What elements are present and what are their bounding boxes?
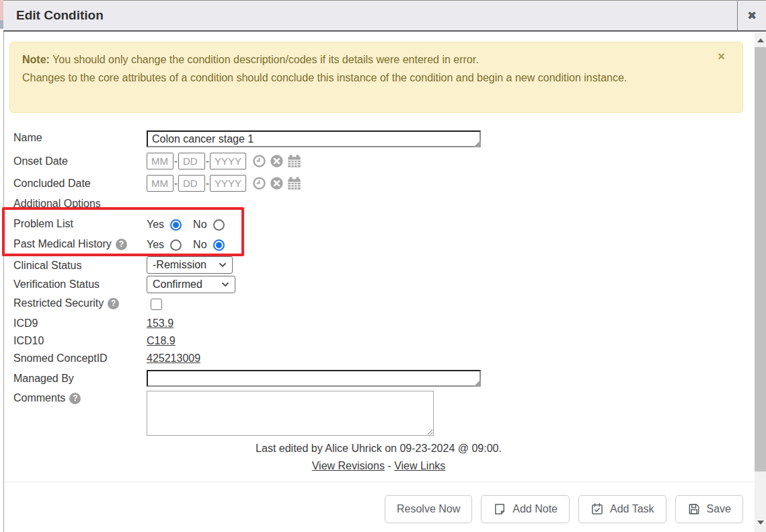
comments-textarea[interactable] <box>147 391 434 436</box>
icd10-code-link[interactable]: C18.9 <box>147 335 176 347</box>
save-label: Save <box>707 503 731 515</box>
banner-dismiss-icon[interactable]: × <box>718 49 725 64</box>
restricted-security-label: Restricted Security ? <box>13 297 119 309</box>
problem-list-no-radio[interactable] <box>213 219 225 231</box>
scroll-down-icon[interactable] <box>755 517 766 528</box>
chevron-down-icon <box>219 262 227 268</box>
scroll-up-icon[interactable] <box>755 34 766 46</box>
pmh-yes-label: Yes <box>147 239 164 251</box>
pmh-no-label: No <box>193 239 206 251</box>
clinical-status-select[interactable]: -Remission <box>147 256 233 274</box>
help-icon[interactable]: ? <box>108 298 119 309</box>
problem-list-radio-group: Yes No <box>147 219 236 231</box>
onset-month-input[interactable] <box>147 153 174 169</box>
icd10-label: ICD10 <box>13 335 44 347</box>
view-revisions-link[interactable]: View Revisions <box>312 460 385 471</box>
calendar-icon[interactable] <box>287 176 301 190</box>
clock-icon[interactable] <box>252 154 266 168</box>
pmh-yes-radio[interactable] <box>170 239 182 251</box>
note-icon <box>493 502 506 516</box>
onset-year-input[interactable] <box>210 153 246 169</box>
pmh-no-radio[interactable] <box>213 239 225 251</box>
resolve-now-label: Resolve Now <box>397 503 460 515</box>
name-input[interactable] <box>147 130 481 147</box>
help-icon[interactable]: ? <box>69 393 81 404</box>
note-banner: Note: You should only change the conditi… <box>9 42 743 113</box>
note-text-line2: Changes to the core attributes of a cond… <box>22 69 641 87</box>
concluded-date-row: - - <box>147 175 301 192</box>
clinical-status-value: -Remission <box>153 259 206 271</box>
save-icon <box>687 502 701 516</box>
managed-by-input[interactable] <box>147 370 481 387</box>
close-icon[interactable]: ✖ <box>738 1 766 31</box>
verification-status-label: Verification Status <box>13 278 100 291</box>
snomed-conceptid-label: Snomed ConceptID <box>13 352 108 365</box>
onset-day-input[interactable] <box>178 153 205 169</box>
add-note-button[interactable]: Add Note <box>481 495 570 523</box>
additional-options-link[interactable]: Additional Options <box>13 198 101 210</box>
restricted-security-checkbox[interactable] <box>151 299 162 310</box>
revision-links: View Revisions - View Links <box>4 460 753 472</box>
calendar-icon[interactable] <box>287 154 301 168</box>
onset-date-label: Onset Date <box>13 155 68 167</box>
icd9-label: ICD9 <box>13 317 38 330</box>
concluded-year-input[interactable] <box>210 175 246 192</box>
name-input-resize-grip[interactable] <box>473 140 481 147</box>
clock-icon[interactable] <box>252 176 266 190</box>
scrollbar-thumb[interactable] <box>755 47 766 471</box>
note-label: Note: <box>22 54 50 65</box>
past-medical-history-label: Past Medical History ? <box>13 238 127 250</box>
past-medical-history-radio-group: Yes No <box>147 239 236 251</box>
add-note-label: Add Note <box>512 503 558 515</box>
past-medical-history-label-text: Past Medical History <box>13 238 112 250</box>
onset-date-row: - - <box>147 153 301 169</box>
help-icon[interactable]: ? <box>116 239 127 250</box>
link-separator: - <box>387 460 391 471</box>
concluded-date-label: Concluded Date <box>13 178 91 190</box>
restricted-security-label-text: Restricted Security <box>13 297 104 309</box>
dialog-titlebar: Edit Condition ✖ <box>3 0 766 32</box>
note-text-line1: You should only change the condition des… <box>52 54 479 65</box>
concluded-day-input[interactable] <box>178 175 205 192</box>
dialog-title: Edit Condition <box>16 8 104 23</box>
last-edited-text: Last edited by Alice Uhrick on 09-23-202… <box>4 443 753 455</box>
edit-condition-dialog: Edit Condition ✖ Note: You should only c… <box>0 0 766 532</box>
clear-date-icon[interactable] <box>270 176 284 190</box>
name-label: Name <box>13 132 42 144</box>
resolve-now-button[interactable]: Resolve Now <box>385 495 472 523</box>
date-separator: - <box>206 178 209 189</box>
managed-by-resize-grip[interactable] <box>473 379 481 387</box>
comments-label-text: Comments <box>13 392 65 404</box>
date-separator: - <box>174 155 178 167</box>
icd9-code-link[interactable]: 153.9 <box>147 317 174 330</box>
comments-label: Comments ? <box>13 392 81 404</box>
view-links-link[interactable]: View Links <box>394 460 445 471</box>
verification-status-select[interactable]: Confirmed <box>147 276 235 293</box>
clear-date-icon[interactable] <box>270 154 284 168</box>
snomed-code-link[interactable]: 425213009 <box>147 352 200 365</box>
date-separator: - <box>206 155 209 167</box>
clinical-status-label: Clinical Status <box>13 260 81 272</box>
problem-list-yes-radio[interactable] <box>170 219 182 231</box>
concluded-month-input[interactable] <box>147 175 174 192</box>
managed-by-label: Managed By <box>13 373 74 385</box>
problem-list-no-label: No <box>193 219 206 231</box>
verification-status-value: Confirmed <box>153 278 202 291</box>
calendar-task-icon <box>590 502 604 516</box>
problem-list-label: Problem List <box>13 218 73 230</box>
dialog-footer: Resolve Now Add Note Add Task Save <box>4 482 755 532</box>
scrollbar[interactable] <box>755 32 766 532</box>
dialog-left-border <box>3 32 4 532</box>
add-task-button[interactable]: Add Task <box>578 495 666 523</box>
date-separator: - <box>174 178 178 189</box>
problem-list-yes-label: Yes <box>147 219 164 231</box>
add-task-label: Add Task <box>610 503 654 515</box>
save-button[interactable]: Save <box>675 495 743 523</box>
chevron-down-icon <box>221 282 229 287</box>
